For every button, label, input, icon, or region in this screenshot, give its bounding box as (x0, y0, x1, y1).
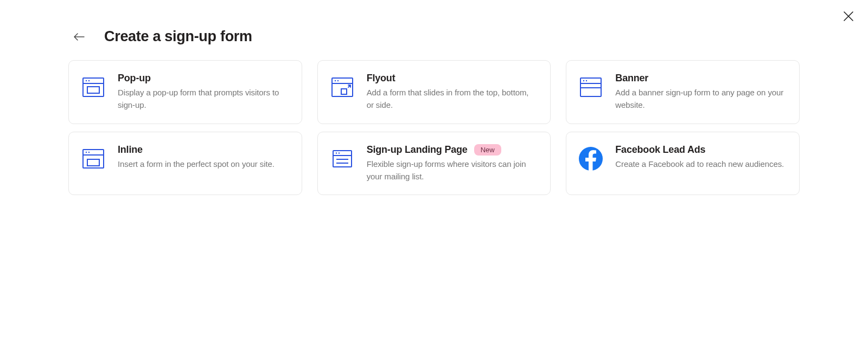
card-flyout[interactable]: Flyout Add a form that slides in from th… (317, 60, 551, 124)
inline-window-icon (81, 146, 106, 171)
svg-point-17 (86, 151, 87, 152)
svg-point-22 (335, 152, 336, 153)
svg-point-23 (338, 152, 339, 153)
flyout-window-icon (330, 75, 355, 100)
card-desc: Create a Facebook ad to reach new audien… (615, 158, 786, 170)
card-title: Pop-up (118, 73, 151, 84)
svg-point-18 (88, 151, 90, 152)
svg-point-3 (88, 80, 90, 81)
card-desc: Flexible sign-up forms where visitors ca… (367, 158, 538, 183)
popup-window-icon (81, 75, 106, 100)
header: Create a sign-up form (68, 28, 800, 45)
card-desc: Add a form that slides in from the top, … (367, 86, 538, 112)
svg-point-8 (337, 80, 338, 81)
svg-point-2 (86, 80, 87, 81)
card-title: Sign-up Landing Page (367, 144, 468, 156)
banner-window-icon (578, 75, 603, 100)
card-desc: Display a pop-up form that prompts visit… (118, 86, 289, 112)
card-title: Inline (118, 144, 143, 156)
svg-point-13 (586, 80, 587, 81)
back-button[interactable] (73, 30, 86, 43)
facebook-icon (578, 146, 603, 171)
card-title: Flyout (367, 73, 395, 84)
card-popup[interactable]: Pop-up Display a pop-up form that prompt… (68, 60, 302, 124)
svg-point-7 (334, 80, 335, 81)
card-desc: Add a banner sign-up form to any page on… (615, 86, 786, 112)
close-icon (843, 11, 854, 22)
landing-page-icon (330, 146, 355, 171)
card-facebook-lead-ads[interactable]: Facebook Lead Ads Create a Facebook ad t… (566, 132, 800, 196)
card-title: Banner (615, 73, 648, 84)
card-title: Facebook Lead Ads (615, 144, 705, 156)
svg-rect-19 (87, 159, 99, 166)
card-banner[interactable]: Banner Add a banner sign-up form to any … (566, 60, 800, 124)
cards-grid: Pop-up Display a pop-up form that prompt… (68, 60, 800, 195)
new-badge: New (474, 144, 501, 156)
arrow-left-icon (74, 33, 85, 41)
page-title: Create a sign-up form (104, 28, 252, 45)
close-button[interactable] (842, 10, 855, 23)
svg-point-12 (583, 80, 584, 81)
svg-rect-4 (87, 87, 99, 93)
card-inline[interactable]: Inline Insert a form in the perfect spot… (68, 132, 302, 196)
svg-rect-9 (341, 89, 347, 94)
card-desc: Insert a form in the perfect spot on you… (118, 158, 289, 170)
card-signup-landing[interactable]: Sign-up Landing Page New Flexible sign-u… (317, 132, 551, 196)
